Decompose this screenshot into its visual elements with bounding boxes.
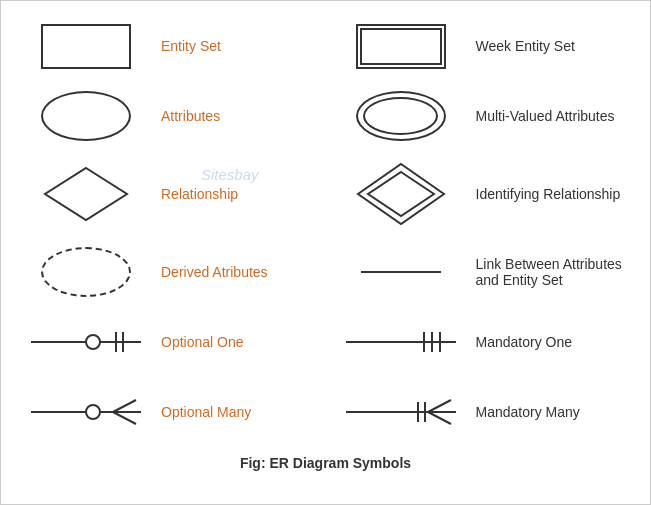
mandatory-one-label: Mandatory One	[476, 334, 573, 350]
label-weak-entity-set: Week Entity Set	[466, 38, 631, 54]
optional-one-label: Optional One	[161, 334, 244, 350]
label-identifying-rel: Identifying Relationship	[466, 186, 631, 202]
symbol-identifying-rel	[336, 159, 466, 229]
label-optional-one: Optional One	[151, 334, 316, 350]
svg-line-15	[113, 412, 136, 424]
cell-identifying-rel: Identifying Relationship	[326, 151, 641, 237]
svg-point-4	[86, 335, 100, 349]
label-derived-attributes: Derived Atributes	[151, 264, 316, 280]
link-line	[361, 271, 441, 273]
label-mandatory-one: Mandatory One	[466, 334, 631, 350]
svg-line-19	[428, 400, 451, 412]
derived-attributes-label: Derived Atributes	[161, 264, 268, 280]
mandatory-one-svg	[346, 327, 456, 357]
symbol-attributes	[21, 91, 151, 141]
symbol-optional-one	[21, 327, 151, 357]
optional-one-svg	[31, 327, 141, 357]
symbol-link-between	[336, 271, 466, 273]
multi-valued-label: Multi-Valued Attributes	[476, 108, 615, 124]
svg-point-12	[86, 405, 100, 419]
caption-text: Fig: ER Diagram Symbols	[240, 455, 411, 471]
cell-mandatory-many: Mandatory Many	[326, 377, 641, 447]
symbol-optional-many	[21, 394, 151, 430]
identifying-rel-label: Identifying Relationship	[476, 186, 621, 202]
symbol-mandatory-one	[336, 327, 466, 357]
mandatory-many-label: Mandatory Many	[476, 404, 580, 420]
entity-set-rect	[41, 24, 131, 69]
label-optional-many: Optional Many	[151, 404, 316, 420]
symbol-weak-entity-set	[336, 24, 466, 69]
cell-entity-set: Entity Set	[11, 11, 326, 81]
symbol-derived-attributes	[21, 247, 151, 297]
relationship-label: Relationship	[161, 186, 238, 202]
label-attributes: Attributes	[151, 108, 316, 124]
attributes-label: Attributes	[161, 108, 220, 124]
label-multi-valued: Multi-Valued Attributes	[466, 108, 631, 124]
symbol-multi-valued	[336, 91, 466, 141]
mandatory-many-svg	[346, 394, 456, 430]
figure-caption: Fig: ER Diagram Symbols	[11, 447, 640, 475]
cell-multi-valued: Multi-Valued Attributes	[326, 81, 641, 151]
attributes-ellipse	[41, 91, 131, 141]
cell-attributes: Attributes	[11, 81, 326, 151]
label-mandatory-many: Mandatory Many	[466, 404, 631, 420]
label-relationship: Relationship	[151, 186, 316, 202]
entity-set-label: Entity Set	[161, 38, 221, 54]
svg-marker-0	[45, 168, 127, 220]
cell-derived-attributes: Derived Atributes	[11, 237, 326, 307]
derived-ellipse	[41, 247, 131, 297]
cell-mandatory-one: Mandatory One	[326, 307, 641, 377]
symbols-grid: Entity Set Week Entity Set Attributes	[11, 11, 640, 447]
relationship-diamond-svg	[41, 164, 131, 224]
cell-optional-one: Optional One	[11, 307, 326, 377]
symbol-relationship	[21, 164, 151, 224]
svg-marker-2	[368, 172, 434, 216]
svg-line-13	[113, 400, 136, 412]
cell-link-between: Link Between Attributes and Entity Set	[326, 237, 641, 307]
label-entity-set: Entity Set	[151, 38, 316, 54]
symbol-mandatory-many	[336, 394, 466, 430]
optional-many-label: Optional Many	[161, 404, 251, 420]
link-between-label: Link Between Attributes and Entity Set	[476, 256, 622, 288]
label-link-between: Link Between Attributes and Entity Set	[466, 256, 631, 288]
cell-weak-entity-set: Week Entity Set	[326, 11, 641, 81]
multi-ellipse-inner	[363, 97, 438, 135]
main-container: Entity Set Week Entity Set Attributes	[0, 0, 651, 505]
identifying-rel-svg	[351, 159, 451, 229]
weak-entity-set-label: Week Entity Set	[476, 38, 575, 54]
multi-ellipse-outer	[356, 91, 446, 141]
svg-line-21	[428, 412, 451, 424]
cell-optional-many: Optional Many	[11, 377, 326, 447]
optional-many-svg	[31, 394, 141, 430]
cell-relationship: Relationship	[11, 151, 326, 237]
symbol-entity-set	[21, 24, 151, 69]
